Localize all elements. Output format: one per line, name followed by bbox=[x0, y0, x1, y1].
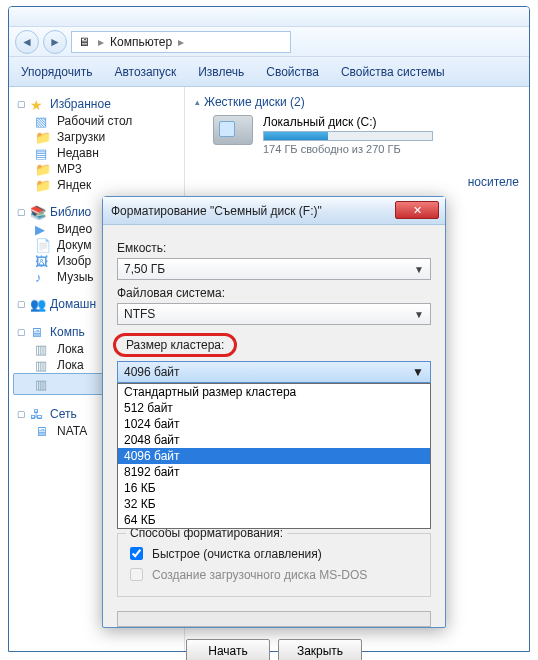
folder-icon: 📁 bbox=[35, 130, 51, 144]
breadcrumb-chevron: ▸ bbox=[178, 35, 184, 49]
dialog-body: Емкость: 7,50 ГБ ▼ Файловая система: NTF… bbox=[103, 225, 445, 660]
breadcrumb-chevron: ▸ bbox=[98, 35, 104, 49]
removable-icon: ▥ bbox=[35, 377, 51, 391]
capacity-label: Емкость: bbox=[117, 241, 431, 255]
image-icon: 🖼 bbox=[35, 254, 51, 268]
sidebar-item-desktop[interactable]: ▧Рабочий стол bbox=[13, 113, 180, 129]
document-icon: 📄 bbox=[35, 238, 51, 252]
drive-local-c[interactable]: Локальный диск (C:) 174 ГБ свободно из 2… bbox=[213, 115, 519, 155]
format-dialog: Форматирование "Съемный диск (F:)" ✕ Емк… bbox=[102, 196, 446, 628]
folder-icon: 📁 bbox=[35, 178, 51, 192]
quick-format-checkbox[interactable]: Быстрое (очистка оглавления) bbox=[126, 544, 422, 563]
quick-format-input[interactable] bbox=[130, 547, 143, 560]
cluster-option[interactable]: 4096 байт bbox=[118, 448, 430, 464]
homegroup-icon: 👥 bbox=[30, 297, 46, 311]
filesystem-label: Файловая система: bbox=[117, 286, 431, 300]
msdos-boot-input bbox=[130, 568, 143, 581]
cluster-select-field[interactable]: 4096 байт ▼ bbox=[117, 361, 431, 383]
hdd-icon bbox=[213, 115, 253, 145]
chevron-down-icon: ▼ bbox=[414, 264, 424, 275]
cluster-option[interactable]: Стандартный размер кластера bbox=[118, 384, 430, 400]
nav-back-button[interactable]: ◄ bbox=[15, 30, 39, 54]
address-box[interactable]: 🖥 ▸ Компьютер ▸ bbox=[71, 31, 291, 53]
sidebar-item-recent[interactable]: ▤Недавн bbox=[13, 145, 180, 161]
music-icon: ♪ bbox=[35, 270, 51, 284]
progress-bar bbox=[117, 611, 431, 627]
close-dialog-button[interactable]: Закрыть bbox=[278, 639, 362, 660]
toolbar-autoplay[interactable]: Автозапуск bbox=[114, 65, 176, 79]
toolbar-sysprops[interactable]: Свойства системы bbox=[341, 65, 445, 79]
cluster-select[interactable]: 4096 байт ▼ Стандартный размер кластера5… bbox=[117, 361, 431, 383]
cluster-dropdown-list: Стандартный размер кластера512 байт1024 … bbox=[117, 383, 431, 529]
start-button[interactable]: Начать bbox=[186, 639, 270, 660]
network-icon: 🖧 bbox=[30, 407, 46, 421]
explorer-addressbar: ◄ ► 🖥 ▸ Компьютер ▸ bbox=[9, 27, 529, 57]
sidebar-item-downloads[interactable]: 📁Загрузки bbox=[13, 129, 180, 145]
dialog-titlebar[interactable]: Форматирование "Съемный диск (F:)" ✕ bbox=[103, 197, 445, 225]
filesystem-select[interactable]: NTFS ▼ bbox=[117, 303, 431, 325]
capacity-bar bbox=[263, 131, 433, 141]
computer-icon: 🖥 bbox=[30, 325, 46, 339]
cluster-option[interactable]: 32 КБ bbox=[118, 496, 430, 512]
sidebar-item-mp3[interactable]: 📁MP3 bbox=[13, 161, 180, 177]
toolbar-properties[interactable]: Свойства bbox=[266, 65, 319, 79]
cluster-option[interactable]: 2048 байт bbox=[118, 432, 430, 448]
explorer-toolbar: Упорядочить Автозапуск Извлечь Свойства … bbox=[9, 57, 529, 87]
video-icon: ▶ bbox=[35, 222, 51, 236]
drive-label: Локальный диск (C:) bbox=[263, 115, 433, 129]
folder-icon: 📁 bbox=[35, 162, 51, 176]
nav-forward-button[interactable]: ► bbox=[43, 30, 67, 54]
library-icon: 📚 bbox=[30, 205, 46, 219]
chevron-down-icon: ▼ bbox=[414, 309, 424, 320]
recent-icon: ▤ bbox=[35, 146, 51, 160]
group-removable-partial: носителе bbox=[195, 175, 519, 189]
dialog-title-text: Форматирование "Съемный диск (F:)" bbox=[111, 204, 322, 218]
group-hdd[interactable]: ▴Жесткие диски (2) bbox=[195, 95, 519, 109]
desktop-icon: ▧ bbox=[35, 114, 51, 128]
star-icon: ★ bbox=[30, 97, 46, 111]
sidebar-favorites-head[interactable]: ▢★Избранное bbox=[13, 95, 180, 113]
capacity-select[interactable]: 7,50 ГБ ▼ bbox=[117, 258, 431, 280]
toolbar-organize[interactable]: Упорядочить bbox=[21, 65, 92, 79]
cluster-option[interactable]: 8192 байт bbox=[118, 464, 430, 480]
sidebar-item-yandex[interactable]: 📁Яндек bbox=[13, 177, 180, 193]
drive-icon: ▥ bbox=[35, 358, 51, 372]
cluster-option[interactable]: 512 байт bbox=[118, 400, 430, 416]
chevron-down-icon: ▼ bbox=[412, 365, 424, 379]
computer-icon: 🖥 bbox=[76, 34, 92, 50]
toolbar-eject[interactable]: Извлечь bbox=[198, 65, 244, 79]
format-options-group: Способы форматирования: Быстрое (очистка… bbox=[117, 533, 431, 597]
cluster-option[interactable]: 16 КБ bbox=[118, 480, 430, 496]
explorer-titlebar bbox=[9, 7, 529, 27]
cluster-option[interactable]: 64 КБ bbox=[118, 512, 430, 528]
cluster-option[interactable]: 1024 байт bbox=[118, 416, 430, 432]
msdos-boot-checkbox: Создание загрузочного диска MS-DOS bbox=[126, 565, 422, 584]
close-button[interactable]: ✕ bbox=[395, 201, 439, 219]
cluster-label-highlight: Размер кластера: bbox=[113, 333, 237, 357]
pc-icon: 🖥 bbox=[35, 424, 51, 438]
drive-icon: ▥ bbox=[35, 342, 51, 356]
cluster-label: Размер кластера: bbox=[126, 338, 224, 352]
drive-free-text: 174 ГБ свободно из 270 ГБ bbox=[263, 143, 433, 155]
dialog-button-row: Начать Закрыть bbox=[117, 639, 431, 660]
breadcrumb-root[interactable]: Компьютер bbox=[110, 35, 172, 49]
